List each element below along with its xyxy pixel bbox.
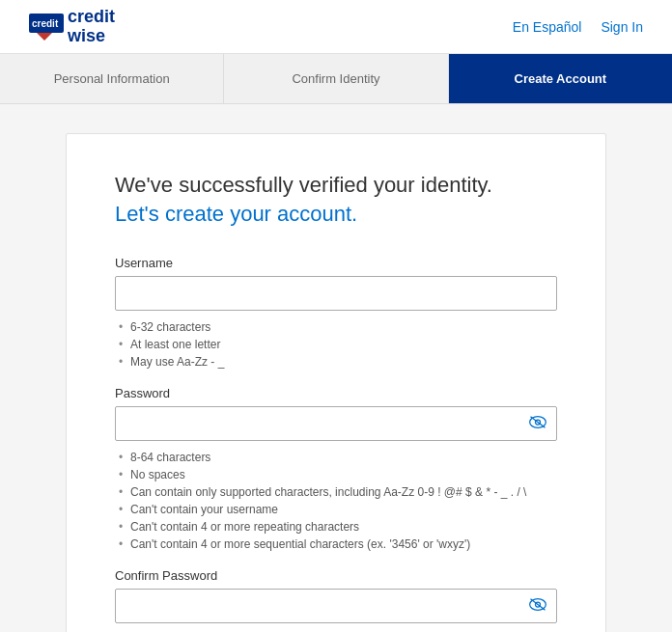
username-rule-2: At least one letter <box>115 336 557 353</box>
password-rule-1: 8-64 characters <box>115 449 557 466</box>
header: credit credit wise En Español Sign In <box>0 0 672 54</box>
svg-text:credit: credit <box>32 18 59 29</box>
step-confirm-identity: Confirm Identity <box>224 54 448 103</box>
password-label: Password <box>115 386 557 400</box>
username-input-wrapper <box>115 276 557 311</box>
password-field-group: Password 8-64 characters No spaces Can c… <box>115 386 557 553</box>
username-label: Username <box>115 256 557 270</box>
password-input-wrapper <box>115 406 557 441</box>
creditwise-logo-icon: credit <box>29 14 64 41</box>
header-links: En Español Sign In <box>513 19 643 35</box>
confirm-password-input[interactable] <box>115 589 557 623</box>
confirm-password-input-wrapper <box>115 589 557 623</box>
username-rules-list: 6-32 characters At least one letter May … <box>115 318 557 371</box>
password-input[interactable] <box>115 406 557 441</box>
username-rule-3: May use Aa-Zz - _ <box>115 353 557 371</box>
step-create-account: Create Account <box>449 54 672 103</box>
signin-link[interactable]: Sign In <box>601 19 643 35</box>
password-rule-2: No spaces <box>115 466 557 483</box>
password-rule-6: Can't contain 4 or more sequential chara… <box>115 536 557 553</box>
logo-wordmark: credit wise <box>68 8 115 46</box>
main-content: We've successfully verified your identit… <box>0 104 672 632</box>
card-title-line1: We've successfully verified your identit… <box>115 173 557 198</box>
confirm-password-label: Confirm Password <box>115 568 557 583</box>
password-rule-3: Can contain only supported characters, i… <box>115 483 557 501</box>
create-account-card: We've successfully verified your identit… <box>66 133 606 632</box>
username-field-group: Username 6-32 characters At least one le… <box>115 256 557 371</box>
logo-credit: credit <box>68 7 115 26</box>
password-rule-5: Can't contain 4 or more repeating charac… <box>115 518 557 536</box>
steps-bar: Personal Information Confirm Identity Cr… <box>0 54 672 104</box>
card-title-line2: Let's create your account. <box>115 202 557 227</box>
confirm-password-field-group: Confirm Password <box>115 568 557 623</box>
password-toggle-visibility-icon[interactable] <box>528 415 547 433</box>
logo: credit credit wise <box>29 8 115 46</box>
password-rules-list: 8-64 characters No spaces Can contain on… <box>115 449 557 553</box>
espanol-link[interactable]: En Español <box>513 19 582 35</box>
svg-marker-2 <box>37 33 52 41</box>
confirm-password-toggle-visibility-icon[interactable] <box>528 597 547 616</box>
username-rule-1: 6-32 characters <box>115 318 557 336</box>
logo-wise: wise <box>68 26 105 45</box>
username-input[interactable] <box>115 276 557 311</box>
password-rule-4: Can't contain your username <box>115 501 557 518</box>
step-personal-information: Personal Information <box>0 54 224 103</box>
